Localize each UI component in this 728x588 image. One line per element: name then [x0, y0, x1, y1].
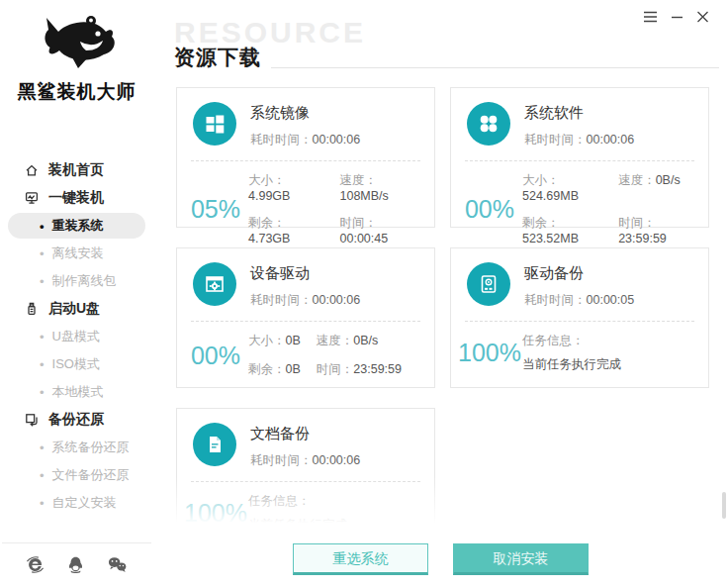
- sidebar-menu: 装机首页 一键装机 • 重装系统 • 离线安装 • 制作离线包 启动U盘: [0, 156, 153, 517]
- sidebar-item-boot-usb[interactable]: 启动U盘: [0, 295, 153, 323]
- divider: [271, 67, 719, 68]
- app-title: 黑鲨装机大师: [0, 79, 153, 105]
- sidebar-item-system-backup-restore[interactable]: • 系统备份还原: [0, 434, 153, 461]
- sidebar-item-label: 重装系统: [52, 217, 104, 235]
- windows-grid-icon: [205, 114, 226, 135]
- card-device-driver: 设备驱动 耗时时间：00:00:06 00% 大小：0B 速度：0B/s 剩余：…: [176, 247, 435, 388]
- progress-percent: 100%: [183, 499, 248, 528]
- progress-percent: 00%: [457, 195, 522, 224]
- bullet-icon: •: [40, 247, 45, 260]
- page-header: RESOURCE 资源下载: [174, 28, 719, 71]
- card-badge: [467, 262, 510, 306]
- bullet-icon: •: [40, 331, 45, 343]
- sidebar-item-label: 制作离线包: [52, 272, 117, 290]
- sidebar-item-label: 一键装机: [48, 189, 104, 207]
- sidebar-item-label: 本地模式: [52, 383, 104, 401]
- minimize-icon[interactable]: [671, 11, 683, 23]
- document-icon: [204, 434, 226, 455]
- card-badge: [467, 102, 510, 146]
- sidebar-item-local-mode[interactable]: • 本地模式: [0, 378, 153, 406]
- sidebar-item-label: 系统备份还原: [52, 439, 130, 456]
- card-system-image: 系统镜像 耗时时间：00:00:06 05% 大小：4.99GB 速度：108M…: [176, 87, 435, 228]
- card-badge: [193, 262, 236, 306]
- card-badge: [193, 423, 236, 466]
- app-logo: 黑鲨装机大师: [0, 0, 153, 105]
- bullet-icon: •: [40, 358, 45, 371]
- card-driver-backup: 驱动备份 耗时时间：00:00:05 100% 任务信息： 当前任务执行完成: [450, 247, 709, 388]
- bullet-icon: •: [40, 497, 45, 510]
- sidebar-item-label: 装机首页: [48, 161, 104, 179]
- task-info: 任务信息： 当前任务执行完成: [522, 333, 621, 373]
- sidebar: 黑鲨装机大师 装机首页 一键装机 • 重装系统 • 离线安装 • 制作离线包: [0, 0, 153, 588]
- home-icon: [24, 162, 40, 178]
- task-info: 任务信息： 当前任务执行完成: [248, 493, 347, 534]
- sidebar-item-label: 自定义安装: [52, 494, 117, 512]
- card-title: 文档备份: [250, 425, 360, 443]
- app-window: 黑鲨装机大师 装机首页 一键装机 • 重装系统 • 离线安装 • 制作离线包: [0, 0, 728, 588]
- reselect-system-button[interactable]: 重选系统: [293, 543, 428, 575]
- sidebar-item-reinstall-system[interactable]: • 重装系统: [8, 213, 145, 239]
- sidebar-item-make-offline-package[interactable]: • 制作离线包: [0, 267, 153, 295]
- sidebar-item-file-backup-restore[interactable]: • 文件备份还原: [0, 461, 153, 489]
- footer-actions: 重选系统 取消安装: [153, 543, 728, 575]
- sidebar-item-iso-mode[interactable]: • ISO模式: [0, 350, 153, 378]
- cancel-install-button[interactable]: 取消安装: [453, 543, 589, 575]
- page-title: 资源下载: [174, 44, 261, 71]
- sidebar-item-label: 备份还原: [48, 411, 104, 429]
- card-system-software: 系统软件 耗时时间：00:00:06 00% 大小：524.69MB 速度：0B…: [450, 87, 709, 228]
- bullet-icon: •: [40, 220, 45, 233]
- bullet-icon: •: [40, 441, 45, 454]
- elapsed-time: 耗时时间：00:00:05: [524, 292, 634, 309]
- usb-icon: [24, 301, 40, 317]
- progress-percent: 00%: [183, 342, 248, 370]
- sidebar-item-label: 离线安装: [52, 245, 104, 262]
- wechat-icon[interactable]: [107, 555, 128, 574]
- elapsed-time: 耗时时间：00:00:06: [250, 132, 360, 148]
- progress-percent: 100%: [457, 339, 522, 367]
- scrollbar-thumb[interactable]: [722, 492, 726, 519]
- sidebar-footer: [0, 542, 153, 588]
- qq-icon[interactable]: [66, 555, 85, 574]
- sidebar-item-label: 启动U盘: [48, 300, 100, 318]
- bullet-icon: •: [40, 386, 45, 399]
- hard-drive-icon: [478, 273, 500, 295]
- device-driver-icon: [204, 273, 226, 295]
- main-panel: RESOURCE 资源下载 系统镜像 耗时时间：00:00:06: [153, 0, 728, 588]
- sidebar-item-label: ISO模式: [52, 355, 100, 373]
- card-title: 驱动备份: [524, 264, 634, 283]
- shark-logo-icon: [35, 8, 120, 73]
- monitor-icon: [24, 190, 40, 206]
- elapsed-time: 耗时时间：00:00:06: [524, 132, 634, 148]
- card-title: 系统软件: [524, 104, 634, 123]
- sidebar-item-label: U盘模式: [52, 328, 100, 345]
- card-document-backup: 文档备份 耗时时间：00:00:06 100% 任务信息： 当前任务执行完成: [176, 408, 435, 535]
- sidebar-item-one-key-install[interactable]: 一键装机: [0, 184, 153, 212]
- bullet-icon: •: [40, 275, 45, 288]
- download-stats: 大小：4.99GB 速度：108MB/s 剩余：4.73GB 时间：00:00:…: [248, 172, 422, 245]
- card-badge: [193, 102, 236, 146]
- download-stats: 大小：524.69MB 速度：0B/s 剩余：523.52MB 时间：23:59…: [522, 172, 696, 245]
- menu-icon[interactable]: [643, 11, 658, 23]
- sidebar-item-custom-install[interactable]: • 自定义安装: [0, 489, 153, 517]
- elapsed-time: 耗时时间：00:00:06: [250, 452, 360, 469]
- sidebar-item-usb-mode[interactable]: • U盘模式: [0, 323, 153, 350]
- sidebar-item-label: 文件备份还原: [52, 466, 130, 484]
- bullet-icon: •: [40, 469, 45, 482]
- software-clover-icon: [478, 113, 500, 135]
- card-title: 系统镜像: [250, 104, 360, 123]
- download-stats: 大小：0B 速度：0B/s 剩余：0B 时间：23:59:59: [248, 333, 402, 378]
- close-icon[interactable]: [696, 11, 709, 23]
- sidebar-item-backup-restore[interactable]: 备份还原: [0, 406, 153, 434]
- backup-restore-icon: [24, 412, 40, 428]
- progress-percent: 05%: [183, 195, 248, 224]
- sidebar-item-offline-install[interactable]: • 离线安装: [0, 240, 153, 267]
- ie-icon[interactable]: [26, 555, 45, 574]
- window-controls: [643, 11, 709, 23]
- download-cards-viewport: 系统镜像 耗时时间：00:00:06 05% 大小：4.99GB 速度：108M…: [176, 87, 709, 535]
- sidebar-item-home[interactable]: 装机首页: [0, 156, 153, 184]
- elapsed-time: 耗时时间：00:00:06: [250, 292, 360, 309]
- card-title: 设备驱动: [250, 264, 360, 283]
